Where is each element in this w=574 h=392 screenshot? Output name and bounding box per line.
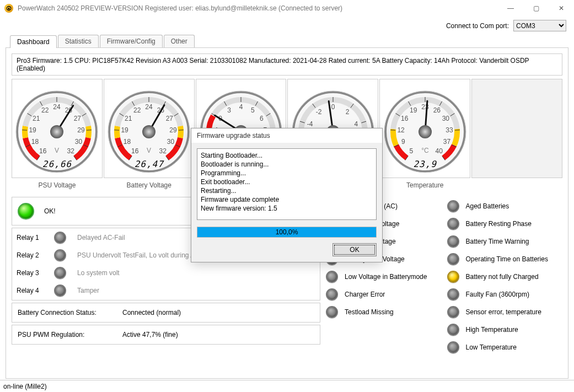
minimize-button[interactable]: —	[498, 0, 523, 17]
tab-dashboard[interactable]: Dashboard	[10, 35, 57, 48]
relay-led-icon	[54, 249, 66, 261]
fault-led-icon	[326, 271, 338, 283]
relay-led-icon	[54, 267, 66, 279]
statusbar: on-line (Mille2)	[0, 380, 574, 392]
relay-text: Lo system volt	[77, 269, 120, 277]
fault-text: Testload Missing	[345, 308, 394, 316]
relay-row: Relay 4 Tamper	[17, 284, 315, 297]
fault-led-icon	[447, 253, 459, 265]
fault-item: Charger Error	[326, 288, 442, 300]
device-info: Pro3 Firmware: 1.5 CPU: PIC18F57K42 Revi…	[12, 53, 562, 76]
svg-text:°C: °C	[421, 147, 429, 154]
svg-text:27: 27	[74, 115, 82, 122]
fault-item: Battery Time Warning	[447, 235, 563, 248]
tab-strip: DashboardStatisticsFirmware/ConfigOther	[0, 35, 574, 47]
fault-led-icon	[447, 271, 459, 283]
svg-text:33: 33	[446, 126, 453, 134]
fault-led-icon	[447, 324, 459, 336]
svg-text:-2: -2	[316, 108, 322, 116]
pwm-regulation-panel: PSU PWM Regulation: Active 47,7% (fine)	[12, 325, 320, 345]
progress-bar: 100,0%	[197, 227, 377, 238]
svg-text:-4: -4	[307, 120, 313, 128]
fault-text: Battery Resting Phase	[466, 220, 532, 228]
gauge-value: 26,47	[105, 159, 193, 169]
fault-text: Low Voltage in Batterymode	[345, 273, 427, 281]
com-port-select[interactable]: COM3	[513, 20, 566, 31]
gauge-label: PSU Voltage	[12, 178, 103, 192]
svg-text:6: 6	[260, 115, 264, 122]
kv-value: Connected (normal)	[122, 309, 181, 316]
fault-led-icon	[447, 288, 459, 300]
statusbar-text: on-line (Mille2)	[3, 383, 47, 390]
svg-text:29: 29	[78, 126, 85, 134]
status-led-icon	[18, 203, 34, 219]
svg-text:30: 30	[167, 138, 175, 146]
firmware-log: Starting Bootloader... Bootloader is run…	[197, 148, 377, 220]
svg-text:16: 16	[401, 115, 409, 122]
svg-text:9: 9	[401, 138, 405, 146]
fault-item: Operating Time on Batteries	[447, 253, 563, 265]
fault-item: Low Temperature	[447, 341, 563, 353]
svg-point-53	[142, 125, 155, 138]
fault-item: Battery not fully Charged	[447, 271, 563, 283]
fault-item: Sensor error, temperature	[447, 306, 563, 318]
fault-item: Testload Missing	[326, 306, 442, 318]
fault-text: Charger Error	[345, 291, 385, 298]
svg-text:32: 32	[67, 147, 75, 155]
svg-text:5: 5	[251, 106, 255, 114]
fault-led-icon	[447, 341, 459, 353]
svg-text:4: 4	[239, 103, 243, 111]
svg-text:29: 29	[169, 126, 177, 134]
gauge-temperature: 59121619232630333740 °C 23,9	[379, 79, 470, 178]
ok-button[interactable]: OK	[332, 243, 377, 256]
svg-point-26	[50, 125, 63, 138]
gauge-psu-voltage: 1618192122242627293032 V 26,66	[12, 79, 103, 178]
connect-label: Connect to Com port:	[446, 22, 509, 30]
fault-list-right: Aged BatteriesBattery Resting PhaseBatte…	[447, 197, 563, 357]
relay-text: Delayed AC-Fail	[77, 234, 125, 241]
svg-text:18: 18	[31, 138, 39, 146]
svg-text:19: 19	[410, 106, 417, 114]
svg-text:21: 21	[125, 115, 132, 122]
fault-text: Operating Time on Batteries	[466, 255, 548, 263]
fault-item: Faulty Fan (3600rpm)	[447, 288, 563, 300]
fault-item: Battery Resting Phase	[447, 218, 563, 230]
fault-item: High Temperature	[447, 324, 563, 336]
gauge-value: 26,66	[13, 159, 101, 169]
fault-led-icon	[326, 288, 338, 300]
tab-statistics[interactable]: Statistics	[58, 35, 99, 47]
svg-text:30: 30	[442, 115, 449, 122]
svg-text:37: 37	[443, 138, 451, 146]
kv-label: PSU PWM Regulation:	[18, 331, 111, 339]
fault-led-icon	[447, 306, 459, 318]
gauge-empty	[471, 79, 562, 178]
relay-led-icon	[54, 232, 66, 244]
window-title: PowerWatch 240502 PREVIEW-VERSION Regist…	[18, 4, 498, 12]
close-button[interactable]: ✕	[549, 0, 574, 17]
kv-label: Battery Connection Status:	[18, 309, 111, 316]
tab-firmware-config[interactable]: Firmware/Config	[100, 35, 163, 47]
maximize-button[interactable]: ▢	[523, 0, 549, 17]
fault-text: Battery Time Warning	[466, 238, 529, 245]
fault-text: Sensor error, temperature	[466, 308, 541, 316]
svg-text:2: 2	[346, 108, 350, 116]
svg-text:22: 22	[41, 106, 49, 114]
fault-text: Low Temperature	[466, 343, 517, 351]
svg-text:19: 19	[29, 126, 37, 134]
tab-other[interactable]: Other	[164, 35, 195, 47]
svg-text:24: 24	[53, 103, 61, 111]
gauge-label	[471, 178, 562, 185]
fault-led-icon	[326, 306, 338, 318]
svg-text:16: 16	[131, 147, 139, 155]
firmware-upgrade-dialog: Firmware upgrade status Starting Bootloa…	[191, 128, 383, 262]
fault-text: Aged Batteries	[466, 202, 509, 210]
fault-led-icon	[447, 200, 459, 212]
svg-text:24: 24	[146, 103, 153, 111]
relay-label: Relay 3	[17, 269, 43, 277]
connect-toolbar: Connect to Com port: COM3	[0, 17, 574, 35]
svg-text:30: 30	[75, 138, 83, 146]
svg-text:3: 3	[227, 106, 231, 114]
gauge-battery-voltage: 1618192122242627293032 V 26,47	[104, 79, 195, 178]
fault-text: Faulty Fan (3600rpm)	[466, 291, 529, 298]
relay-label: Relay 1	[17, 234, 43, 241]
